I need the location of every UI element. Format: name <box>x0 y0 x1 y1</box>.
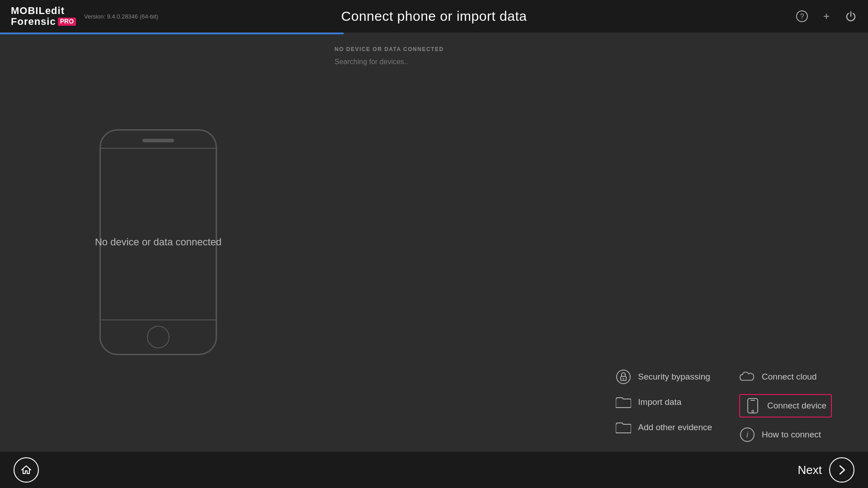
version-text: Version: 9.4.0.28346 (64-bit) <box>84 13 158 20</box>
add-button[interactable]: + <box>818 8 835 24</box>
connect-device-item[interactable]: Connect device <box>739 394 832 418</box>
connect-cloud-label: Connect cloud <box>762 372 816 382</box>
security-bypassing-item[interactable]: Security bypassing <box>615 369 712 385</box>
phone-icon <box>745 398 761 414</box>
header: MOBILedit Forensic PRO Version: 9.4.0.28… <box>0 0 868 33</box>
svg-point-8 <box>752 410 754 412</box>
searching-text: Searching for devices.. <box>335 58 850 66</box>
how-to-connect-label: How to connect <box>762 430 821 440</box>
phone-speaker <box>142 139 174 142</box>
action-col-left: Security bypassing Import data Add <box>615 369 712 443</box>
import-data-label: Import data <box>638 397 681 407</box>
phone-screen <box>101 148 216 320</box>
footer: Next <box>0 452 868 488</box>
logo-pro: PRO <box>58 18 76 25</box>
svg-text:i: i <box>746 430 749 439</box>
no-device-label: NO DEVICE OR DATA CONNECTED <box>335 46 850 52</box>
header-icons: ? + <box>794 8 859 24</box>
next-label: Next <box>798 463 822 477</box>
folder-icon-import <box>615 394 632 410</box>
power-button[interactable] <box>843 8 859 24</box>
how-to-connect-item[interactable]: i How to connect <box>739 427 832 443</box>
svg-text:?: ? <box>800 13 804 20</box>
lock-icon <box>615 369 632 385</box>
add-other-evidence-item[interactable]: Add other evidence <box>615 419 712 436</box>
info-icon: i <box>739 427 755 443</box>
action-buttons: Security bypassing Import data Add <box>615 369 832 443</box>
import-data-item[interactable]: Import data <box>615 394 712 410</box>
svg-point-5 <box>623 378 624 380</box>
phone-area: No device or data connected <box>0 33 316 452</box>
help-button[interactable]: ? <box>794 8 810 24</box>
svg-text:+: + <box>823 10 830 22</box>
security-bypassing-label: Security bypassing <box>638 372 710 382</box>
connect-device-label: Connect device <box>767 401 826 411</box>
phone-outline <box>99 129 217 355</box>
next-area: Next <box>798 457 854 483</box>
home-button[interactable] <box>14 457 39 483</box>
cloud-icon <box>739 369 755 385</box>
logo-area: MOBILedit Forensic PRO <box>11 5 76 27</box>
next-button[interactable] <box>829 457 854 483</box>
main-content: No device or data connected NO DEVICE OR… <box>0 33 868 452</box>
logo-mobi: MOBILedit <box>11 5 65 16</box>
logo-forensic: Forensic <box>11 16 56 27</box>
phone-home-button <box>147 326 170 348</box>
action-col-right: Connect cloud Connect device <box>739 369 832 443</box>
add-other-evidence-label: Add other evidence <box>638 422 712 432</box>
header-title: Connect phone or import data <box>341 9 527 24</box>
folder-icon-evidence <box>615 419 632 436</box>
connect-cloud-item[interactable]: Connect cloud <box>739 369 832 385</box>
